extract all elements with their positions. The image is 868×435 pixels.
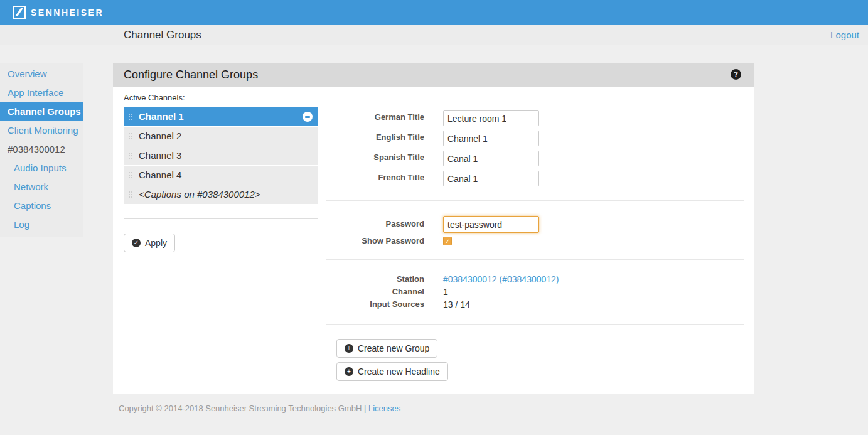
show-password-row: Show Password ✓ <box>326 237 744 247</box>
channel-list-item[interactable]: Channel 1 <box>124 107 318 126</box>
station-label: Station <box>326 273 424 286</box>
station-link[interactable]: #0384300012 (#0384300012) <box>443 273 559 286</box>
english-title-input[interactable] <box>443 131 539 146</box>
sidebar-item-log[interactable]: Log <box>0 215 83 234</box>
create-new-group-button[interactable]: + Create new Group <box>336 339 437 358</box>
plus-circle-icon: + <box>345 344 353 353</box>
channel-label: Channel 2 <box>139 131 181 141</box>
channel-list-item[interactable]: Channel 4 <box>124 166 318 185</box>
form-divider <box>326 324 744 325</box>
english-title-label: English Title <box>326 131 424 146</box>
channel-info-value: 1 <box>443 286 448 298</box>
sennheiser-logo-text: SENNHEISER <box>31 8 104 18</box>
german-title-input[interactable] <box>443 110 539 126</box>
sidebar-item-client-monitoring[interactable]: Client Monitoring <box>0 121 83 140</box>
channel-label: Channel 3 <box>139 150 181 161</box>
apply-button[interactable]: ✓ Apply <box>124 234 175 252</box>
input-sources-row: Input Sources 13 / 14 <box>326 298 744 311</box>
channel-label: Channel 4 <box>139 169 181 180</box>
form-divider <box>326 259 744 260</box>
english-title-row: English Title <box>326 131 744 146</box>
french-title-input[interactable] <box>443 171 539 186</box>
sennheiser-logo: SENNHEISER <box>13 6 104 19</box>
input-sources-label: Input Sources <box>326 298 424 311</box>
input-sources-value: 13 / 14 <box>443 298 470 311</box>
remove-channel-icon[interactable] <box>303 112 313 122</box>
password-input[interactable] <box>443 216 539 233</box>
active-channels-label: Active Channels: <box>124 93 185 102</box>
configure-channel-groups-panel: Configure Channel Groups ? Active Channe… <box>113 63 754 394</box>
sidebar-item-network[interactable]: Network <box>0 178 83 196</box>
password-row: Password <box>326 216 744 233</box>
copyright-text: Copyright © 2014-2018 Sennheiser Streami… <box>119 404 362 413</box>
password-label: Password <box>326 216 424 232</box>
french-title-label: French Title <box>326 171 424 186</box>
check-circle-icon: ✓ <box>132 239 141 247</box>
create-new-headline-button[interactable]: + Create new Headline <box>336 362 448 381</box>
french-title-row: French Title <box>326 171 744 186</box>
page-title: Channel Groups <box>124 25 201 45</box>
sidebar-item-audio-inputs[interactable]: Audio Inputs <box>0 159 83 178</box>
panel-header: Configure Channel Groups ? <box>113 63 754 87</box>
show-password-checkbox[interactable]: ✓ <box>443 237 452 245</box>
plus-circle-icon: + <box>345 367 353 376</box>
drag-handle-icon[interactable] <box>129 153 130 154</box>
apply-button-label: Apply <box>145 238 167 248</box>
sidebar-item-captions[interactable]: Captions <box>0 196 83 215</box>
german-title-label: German Title <box>326 110 424 126</box>
help-icon[interactable]: ? <box>731 69 741 80</box>
channel-info-label: Channel <box>326 286 424 298</box>
form-divider <box>326 200 744 201</box>
sidebar: Overview App Interface Channel Groups Cl… <box>0 63 83 237</box>
station-row: Station #0384300012 (#0384300012) <box>326 273 744 286</box>
spanish-title-input[interactable] <box>443 151 539 166</box>
sidebar-item-overview[interactable]: Overview <box>0 65 83 83</box>
channel-list-item-captions[interactable]: <Captions on #0384300012> <box>124 185 318 204</box>
channel-label: Channel 1 <box>139 111 184 122</box>
channel-list-item[interactable]: Channel 3 <box>124 146 318 165</box>
show-password-label: Show Password <box>326 237 424 252</box>
licenses-link[interactable]: Licenses <box>368 404 400 413</box>
spanish-title-row: Spanish Title <box>326 151 744 166</box>
channel-label: <Captions on #0384300012> <box>139 189 260 200</box>
spanish-title-label: Spanish Title <box>326 151 424 166</box>
logout-link[interactable]: Logout <box>830 25 859 45</box>
drag-handle-icon[interactable] <box>129 133 130 134</box>
footer: Copyright © 2014-2018 Sennheiser Streami… <box>119 404 400 413</box>
footer-separator: | <box>362 404 368 413</box>
sennheiser-logo-icon <box>13 6 26 19</box>
channel-info-row: Channel 1 <box>326 286 744 298</box>
create-new-group-label: Create new Group <box>358 343 429 353</box>
sidebar-item-station[interactable]: #0384300012 <box>0 140 83 159</box>
channel-list: Channel 1 Channel 2 Channel 3 Channel 4 … <box>124 107 318 205</box>
channel-list-divider <box>124 218 318 219</box>
sidebar-item-app-interface[interactable]: App Interface <box>0 83 83 102</box>
sidebar-item-channel-groups[interactable]: Channel Groups <box>0 102 83 121</box>
panel-title: Configure Channel Groups <box>124 63 258 87</box>
drag-handle-icon[interactable] <box>129 172 130 173</box>
german-title-row: German Title <box>326 110 744 126</box>
top-app-bar: SENNHEISER <box>0 0 868 25</box>
page: SENNHEISER Channel Groups Logout Overvie… <box>0 0 868 435</box>
channel-list-item[interactable]: Channel 2 <box>124 127 318 146</box>
title-bar: Channel Groups Logout <box>0 25 868 45</box>
drag-handle-icon[interactable] <box>129 191 130 193</box>
drag-handle-icon[interactable] <box>129 114 130 115</box>
create-new-headline-label: Create new Headline <box>358 367 440 377</box>
